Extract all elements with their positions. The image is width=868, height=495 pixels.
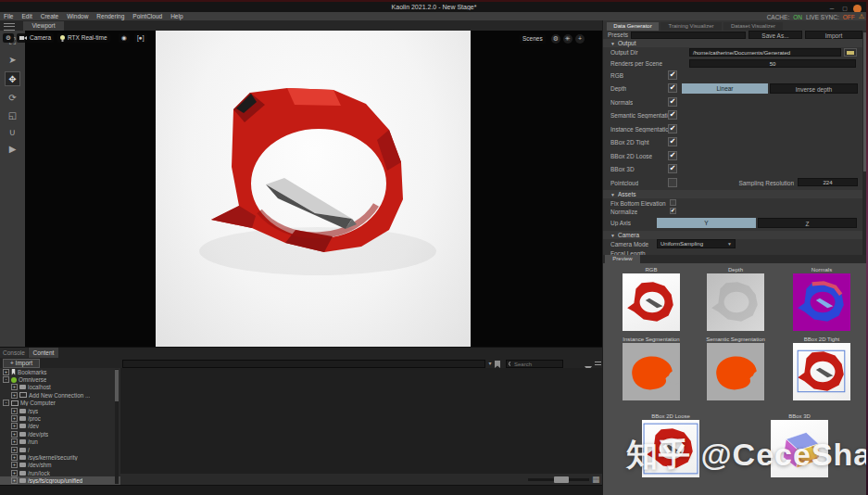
camera-section-header[interactable]: ▼Camera [603,231,867,239]
expand-icon[interactable]: + [11,454,18,461]
normals-checkbox[interactable] [668,97,677,107]
snap-tool-icon[interactable]: ∪ [5,125,20,140]
preview-thumb-semantic-seg[interactable] [707,343,764,400]
tree-item[interactable]: +localhost [0,384,120,391]
scene-light-icon[interactable]: ✳ [563,34,572,44]
preview-thumb-instance-seg[interactable] [623,343,680,400]
tree-item[interactable]: +/ [0,446,120,453]
path-dropdown-icon[interactable]: ▾ [486,360,494,368]
scenes-button[interactable]: Scenes [520,34,546,44]
up-axis-y-button[interactable]: Y [657,218,756,228]
tree-item[interactable]: -Omniverse [0,375,120,383]
tree-item[interactable]: +/dev/shm [0,462,120,469]
expand-icon[interactable]: + [11,392,18,399]
preview-thumb-depth[interactable] [707,273,764,331]
depth-inverse-button[interactable]: Inverse depth [770,83,858,94]
expand-icon[interactable]: + [11,384,18,390]
normalize-checkbox[interactable] [670,208,676,214]
renderer-menu[interactable]: RTX Real-time [57,33,110,43]
import-preset-button[interactable]: Import [805,31,862,39]
camera-menu[interactable]: Camera [17,33,54,43]
viewport-canvas[interactable]: ⛶ ➤ ✥ ⟳ ◱ ∪ ▶ [0,31,602,347]
maximize-button[interactable]: ▢ [840,5,849,12]
tree-item[interactable]: +/proc [0,414,120,422]
tab-console[interactable]: Console [0,348,28,358]
presets-dropdown[interactable] [631,32,746,39]
browse-folder-button[interactable] [844,48,857,57]
minimize-button[interactable]: – [827,5,837,12]
thumbnail-size-slider-handle[interactable] [554,476,569,483]
rgb-checkbox[interactable] [668,70,677,80]
expand-icon[interactable]: - [3,400,9,406]
tab-preview[interactable]: Preview [605,255,640,263]
search-input[interactable] [512,361,560,368]
tree-item[interactable]: +Bookmarks [0,368,120,375]
tree-item[interactable]: +/dev [0,423,120,430]
tree-item[interactable]: +/dev/pts [0,430,120,438]
camera-mode-dropdown[interactable]: UniformSampling ▼ [657,239,736,248]
bbox2d-loose-checkbox[interactable] [668,151,677,160]
render-area[interactable] [156,31,471,347]
expand-icon[interactable]: + [11,408,18,414]
search-box[interactable] [506,360,563,368]
tab-dataset-visualizer[interactable]: Dataset Visualizer [723,22,783,31]
import-button[interactable]: + Import [3,359,40,368]
tab-content[interactable]: Content [29,348,58,358]
bbox2d-tight-checkbox[interactable] [668,137,677,146]
tree-item-selected[interactable]: +/sys/fs/cgroup/unified [0,476,120,484]
fix-bottom-elevation-checkbox[interactable] [670,199,676,206]
menu-rendering[interactable]: Rendering [96,13,124,19]
expand-icon[interactable]: + [3,369,9,375]
pointcloud-checkbox[interactable] [668,178,677,187]
output-dir-field[interactable]: /home/catherine/Documents/Generated [689,48,841,57]
expand-icon[interactable]: + [11,415,18,422]
depth-checkbox[interactable] [668,83,677,93]
menu-help[interactable]: Help [170,13,182,19]
preview-thumb-normals[interactable] [793,273,850,331]
save-as-button[interactable]: Save As... [748,31,802,39]
sampling-resolution-field[interactable]: 224 [798,178,858,186]
renders-per-scene-field[interactable]: 50 [689,59,856,68]
expand-icon[interactable]: + [11,431,18,438]
scene-add-icon[interactable]: + [575,34,585,44]
expand-icon[interactable]: + [11,462,18,468]
menu-pointcloud[interactable]: PointCloud [132,13,162,19]
expand-icon[interactable]: + [11,477,18,484]
output-section-header[interactable]: ▼Output [603,39,867,47]
menu-edit[interactable]: Edit [21,13,31,19]
expand-icon[interactable]: + [11,423,18,429]
up-axis-z-button[interactable]: Z [758,218,857,228]
eye-visibility-icon[interactable]: ◉ [119,33,130,43]
assets-section-header[interactable]: ▼Assets [603,190,867,198]
tab-training-visualizer[interactable]: Training Visualizer [660,22,722,31]
tree-item[interactable]: -My Computer [0,400,120,407]
scene-settings-icon[interactable]: ⚙ [551,34,560,44]
tab-menu-icon[interactable] [4,23,15,31]
play-icon[interactable]: ▶ [5,142,20,157]
bbox3d-checkbox[interactable] [668,164,677,173]
instance-seg-checkbox[interactable] [668,124,677,133]
grid-view-icon[interactable]: ▦ [592,476,600,484]
semantic-seg-checkbox[interactable] [668,110,677,120]
tree-item[interactable]: +/sys [0,407,120,414]
expand-icon[interactable]: + [11,470,18,476]
menu-create[interactable]: Create [41,13,59,19]
content-grid-area[interactable] [120,368,602,474]
expand-icon[interactable]: + [11,447,18,453]
preview-thumb-rgb[interactable] [623,273,680,331]
tab-data-generator[interactable]: Data Generator [607,22,659,31]
select-cursor-icon[interactable]: ➤ [5,53,20,68]
tree-item[interactable]: +Add New Connection ... [0,391,120,399]
rotate-tool-icon[interactable]: ⟳ [5,91,20,106]
tree-item[interactable]: +/run/lock [0,469,120,476]
tree-item[interactable]: +/run [0,438,120,446]
menu-file[interactable]: File [4,13,13,19]
menu-window[interactable]: Window [67,13,88,19]
preview-thumb-bbox2d-tight[interactable] [793,343,850,400]
scale-tool-icon[interactable]: ◱ [5,108,20,123]
viewport-settings-menu[interactable]: ⚙ [3,33,14,43]
expand-icon[interactable]: - [3,376,9,383]
expand-icon[interactable]: + [11,438,18,445]
depth-linear-button[interactable]: Linear [682,83,768,94]
tab-viewport[interactable]: Viewport [23,21,64,31]
